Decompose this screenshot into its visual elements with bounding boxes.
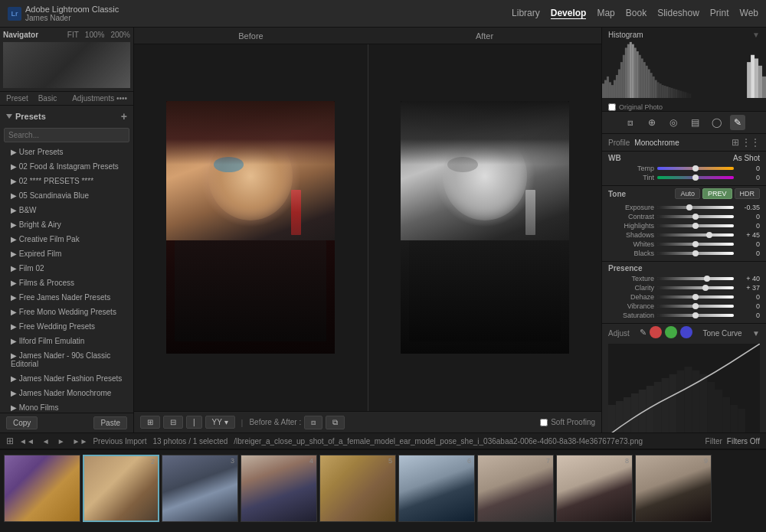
preset-group-label-4[interactable]: ▶ B&W bbox=[0, 204, 133, 216]
original-photo-checkbox[interactable] bbox=[608, 103, 616, 111]
shadows-slider-track[interactable] bbox=[657, 233, 734, 237]
zoom-100[interactable]: 100% bbox=[85, 31, 105, 39]
preset-group-label-5[interactable]: ▶ Bright & Airy bbox=[0, 219, 133, 230]
filmstrip-icon[interactable]: ⊞ bbox=[6, 436, 14, 446]
view-mode-btn[interactable]: YY ▾ bbox=[205, 416, 235, 429]
radial-tool[interactable]: ◯ bbox=[709, 115, 724, 130]
highlights-slider-thumb[interactable] bbox=[692, 223, 699, 229]
saturation-slider-track[interactable] bbox=[657, 314, 734, 317]
filmstrip-thumb-5[interactable]: 5 bbox=[319, 455, 396, 522]
filmstrip-thumb-4[interactable]: 4 bbox=[241, 455, 317, 522]
histogram-expand[interactable]: ▼ bbox=[752, 31, 760, 39]
clarity-slider-track[interactable] bbox=[657, 286, 734, 289]
filmstrip-thumb-6[interactable]: 6 bbox=[398, 455, 475, 522]
filmstrip-thumb-3[interactable]: 3 bbox=[162, 455, 238, 522]
preset-group-label-13[interactable]: ▶ Ilford Film Emulatin bbox=[0, 335, 133, 347]
hdr-btn[interactable]: HDR bbox=[735, 188, 761, 199]
preset-group-label-12[interactable]: ▶ Free Wedding Presets bbox=[0, 321, 133, 332]
tone-curve-canvas[interactable] bbox=[608, 344, 760, 432]
texture-slider-track[interactable] bbox=[657, 277, 734, 280]
filmstrip-thumb-1[interactable] bbox=[4, 455, 80, 522]
exposure-slider-track[interactable] bbox=[657, 206, 734, 209]
dehaze-slider-track[interactable] bbox=[657, 295, 734, 299]
nav-btn-next-next[interactable]: ►► bbox=[70, 436, 90, 446]
zoom-fit[interactable]: FIT bbox=[67, 31, 79, 39]
blacks-slider-thumb[interactable] bbox=[692, 250, 699, 256]
view-btn-2[interactable]: ⊟ bbox=[163, 416, 183, 429]
dehaze-slider-thumb[interactable] bbox=[692, 294, 699, 300]
adjustment-brush-tool[interactable]: ✎ bbox=[730, 115, 745, 130]
tone-curve-expand[interactable]: ▼ bbox=[752, 329, 760, 338]
preset-group-label-17[interactable]: ▶ Mono Films bbox=[0, 402, 133, 413]
zoom-200[interactable]: 200% bbox=[110, 31, 130, 39]
vibrance-slider-thumb[interactable] bbox=[692, 303, 699, 309]
preset-group-label-6[interactable]: ▶ Creative Film Pak bbox=[0, 233, 133, 245]
red-channel-icon[interactable] bbox=[650, 326, 662, 338]
filmstrip-thumb-9[interactable]: 9 bbox=[635, 455, 712, 522]
before-after-btn-2[interactable]: ⧉ bbox=[326, 416, 345, 429]
temp-slider-thumb[interactable] bbox=[692, 165, 699, 171]
preset-search-input[interactable] bbox=[4, 128, 129, 142]
blacks-slider-track[interactable] bbox=[657, 252, 734, 255]
crop-tool[interactable]: ⧈ bbox=[623, 115, 638, 130]
nav-btn-prev[interactable]: ◄ bbox=[40, 436, 52, 446]
presets-add-icon[interactable]: + bbox=[121, 110, 127, 122]
texture-slider-thumb[interactable] bbox=[704, 276, 710, 282]
nav-print[interactable]: Print bbox=[710, 8, 729, 19]
soft-proofing-checkbox[interactable] bbox=[540, 419, 548, 426]
nav-web[interactable]: Web bbox=[740, 8, 758, 19]
paste-button[interactable]: Paste bbox=[93, 416, 127, 429]
view-btn-3[interactable]: | bbox=[186, 416, 202, 429]
nav-book[interactable]: Book bbox=[626, 8, 647, 19]
preset-group-label-11[interactable]: ▶ Free Mono Wedding Presets bbox=[0, 306, 133, 318]
gradient-tool[interactable]: ▤ bbox=[687, 115, 702, 130]
tint-slider-thumb[interactable] bbox=[692, 175, 699, 181]
nav-btn-prev-prev[interactable]: ◄◄ bbox=[17, 436, 37, 446]
filmstrip-thumb-2[interactable]: 2 bbox=[83, 455, 159, 522]
preset-group-label-14[interactable]: ▶ James Nader - 90s Classic Editorial bbox=[0, 350, 133, 370]
filmstrip-thumb-8[interactable]: 8 bbox=[556, 455, 633, 522]
preset-group-label-9[interactable]: ▶ Films & Process bbox=[0, 277, 133, 289]
preset-group-label-1[interactable]: ▶ 02 Food & Instagram Presets bbox=[0, 161, 133, 172]
grid-icon[interactable]: ⊞ bbox=[732, 137, 739, 148]
nav-develop[interactable]: Develop bbox=[551, 8, 587, 19]
preset-group-label-10[interactable]: ▶ Free James Nader Presets bbox=[0, 292, 133, 303]
tint-slider-track[interactable] bbox=[657, 176, 734, 179]
preset-group-label-16[interactable]: ▶ James Nader Monochrome bbox=[0, 387, 133, 399]
temp-slider-track[interactable] bbox=[657, 167, 734, 170]
auto-btn[interactable]: Auto bbox=[675, 188, 700, 199]
nav-map[interactable]: Map bbox=[597, 8, 614, 19]
preset-section[interactable]: Presets + ▶ User Presets▶ 02 Food & Inst… bbox=[0, 106, 133, 413]
view-btn-1[interactable]: ⊞ bbox=[140, 416, 160, 429]
nav-btn-next[interactable]: ► bbox=[55, 436, 67, 446]
copy-button[interactable]: Copy bbox=[6, 416, 38, 429]
pencil-icon[interactable]: ✎ bbox=[640, 328, 647, 338]
whites-slider-track[interactable] bbox=[657, 243, 734, 246]
preset-group-label-0[interactable]: ▶ User Presets bbox=[0, 146, 133, 158]
prev-btn[interactable]: PREV bbox=[702, 188, 732, 199]
preset-group-label-7[interactable]: ▶ Expired Film bbox=[0, 248, 133, 259]
highlights-slider-track[interactable] bbox=[657, 224, 734, 227]
filters-off[interactable]: Filters Off bbox=[727, 437, 760, 446]
contrast-slider-track[interactable] bbox=[657, 215, 734, 218]
redeye-tool[interactable]: ◎ bbox=[666, 115, 681, 130]
filmstrip-thumb-7[interactable]: 7 bbox=[477, 455, 554, 522]
green-channel-icon[interactable] bbox=[665, 326, 677, 338]
whites-slider-thumb[interactable] bbox=[692, 241, 699, 247]
preset-group-label-8[interactable]: ▶ Film 02 bbox=[0, 263, 133, 274]
preset-group-label-15[interactable]: ▶ James Nader Fashion Presets bbox=[0, 373, 133, 384]
preset-group-label-2[interactable]: ▶ 02 **** PRESETS **** bbox=[0, 175, 133, 187]
contrast-slider-thumb[interactable] bbox=[692, 214, 699, 220]
preset-group-label-3[interactable]: ▶ 05 Scandinavia Blue bbox=[0, 190, 133, 201]
presets-collapse-icon[interactable] bbox=[6, 114, 12, 119]
nav-slideshow[interactable]: Slideshow bbox=[657, 8, 699, 19]
grid-icon-2[interactable]: ⋮⋮ bbox=[741, 137, 760, 148]
shadows-slider-thumb[interactable] bbox=[706, 232, 712, 238]
blue-channel-icon[interactable] bbox=[680, 326, 692, 338]
before-after-btn-1[interactable]: ⧈ bbox=[304, 416, 322, 429]
nav-library[interactable]: Library bbox=[512, 8, 540, 19]
saturation-slider-thumb[interactable] bbox=[692, 312, 699, 318]
clarity-slider-thumb[interactable] bbox=[702, 285, 709, 291]
exposure-slider-thumb[interactable] bbox=[686, 204, 692, 211]
heal-tool[interactable]: ⊕ bbox=[644, 115, 660, 130]
